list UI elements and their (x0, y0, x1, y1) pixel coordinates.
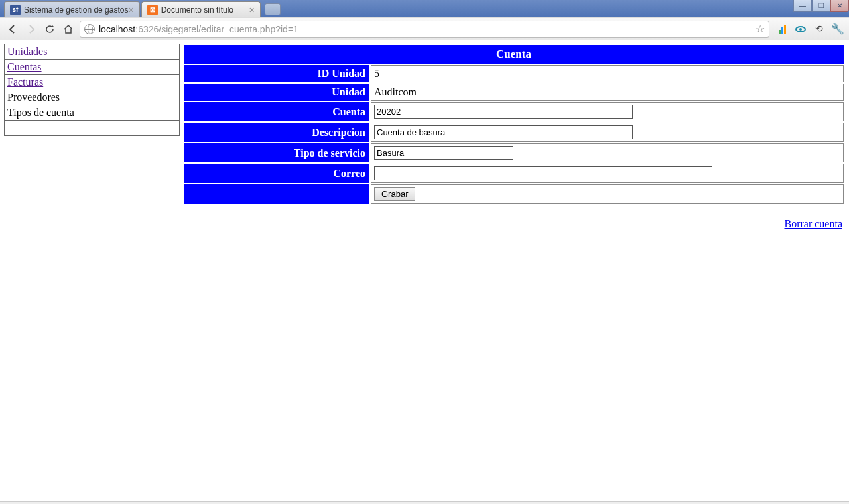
tab-documento[interactable]: ⊠ Documento sin título × (141, 1, 261, 17)
label-tipo-servicio: Tipo de servicio (184, 143, 369, 162)
close-icon[interactable]: × (249, 5, 254, 15)
sidebar-nav: Unidades Cuentas Facturas Proveedores Ti… (4, 44, 180, 230)
window-close-button[interactable]: ✕ (830, 0, 849, 12)
value-id-unidad: 5 (371, 65, 844, 82)
delete-link-row: Borrar cuenta (182, 218, 845, 230)
back-button[interactable] (5, 22, 20, 36)
favicon-xampp-icon: ⊠ (147, 5, 158, 15)
arrow-right-icon (25, 23, 37, 35)
close-icon[interactable]: × (128, 5, 133, 15)
browser-toolbar: localhost:6326/sigegatel/editar_cuenta.p… (0, 17, 849, 40)
home-button[interactable] (61, 22, 76, 36)
tab-label: Sistema de gestion de gastos (24, 5, 128, 15)
url-text: localhost:6326/sigegatel/editar_cuenta.p… (99, 24, 298, 34)
tab-label: Documento sin título (161, 5, 233, 15)
sync-extension-icon[interactable]: ⟲ (813, 23, 825, 35)
label-cuenta: Cuenta (184, 102, 369, 121)
link-unidades[interactable]: Unidades (7, 46, 47, 57)
cuenta-input[interactable] (374, 105, 633, 119)
tab-sistema-gestion[interactable]: sf Sistema de gestion de gastos × (4, 1, 140, 17)
bookmark-star-icon[interactable]: ☆ (755, 23, 765, 35)
cuenta-form-table: Cuenta ID Unidad 5 Unidad Auditcom Cuent… (182, 44, 845, 205)
descripcion-input[interactable] (374, 125, 633, 139)
label-unidad: Unidad (184, 84, 369, 101)
reload-button[interactable] (42, 22, 57, 36)
link-facturas[interactable]: Facturas (7, 76, 43, 88)
tipo-servicio-input[interactable] (374, 146, 513, 160)
globe-icon (84, 24, 95, 34)
page-content: Unidades Cuentas Facturas Proveedores Ti… (0, 40, 849, 234)
url-bar[interactable]: localhost:6326/sigegatel/editar_cuenta.p… (80, 21, 769, 38)
eye-extension-icon[interactable] (795, 23, 807, 35)
correo-input[interactable] (374, 166, 712, 180)
label-descripcion: Descripcion (184, 123, 369, 142)
sidebar-item-tipos-cuenta[interactable]: Tipos de cuenta (5, 105, 180, 121)
favicon-sf-icon: sf (10, 5, 21, 15)
browser-chrome: sf Sistema de gestion de gastos × ⊠ Docu… (0, 0, 849, 40)
form-title: Cuenta (184, 45, 844, 64)
stats-extension-icon[interactable] (776, 23, 788, 35)
wrench-menu-icon[interactable]: 🔧 (832, 23, 844, 35)
new-tab-button[interactable] (265, 3, 281, 15)
forward-button[interactable] (24, 22, 38, 36)
grabar-button[interactable]: Grabar (374, 187, 415, 201)
tab-bar: sf Sistema de gestion de gastos × ⊠ Docu… (0, 0, 849, 17)
label-id-unidad: ID Unidad (184, 65, 369, 82)
sidebar-item-unidades[interactable]: Unidades (5, 44, 180, 60)
value-unidad: Auditcom (371, 84, 844, 101)
link-tipos-cuenta[interactable]: Tipos de cuenta (7, 107, 74, 118)
extension-icons: ⟲ 🔧 (776, 23, 844, 35)
link-proveedores[interactable]: Proveedores (7, 92, 60, 103)
sidebar-item-facturas[interactable]: Facturas (5, 75, 180, 90)
home-icon (63, 24, 74, 34)
maximize-button[interactable]: ❐ (812, 0, 830, 12)
label-correo: Correo (184, 164, 369, 183)
borrar-cuenta-link[interactable]: Borrar cuenta (784, 218, 842, 229)
main-form-area: Cuenta ID Unidad 5 Unidad Auditcom Cuent… (182, 44, 845, 230)
sidebar-item-proveedores[interactable]: Proveedores (5, 90, 180, 105)
arrow-left-icon (7, 23, 19, 35)
label-submit-spacer (184, 184, 369, 204)
reload-icon (44, 24, 55, 34)
minimize-button[interactable]: — (793, 0, 812, 12)
sidebar-item-cuentas[interactable]: Cuentas (5, 60, 180, 75)
link-cuentas[interactable]: Cuentas (7, 61, 42, 72)
sidebar-item-empty (5, 121, 180, 136)
window-controls: — ❐ ✕ (793, 0, 849, 12)
